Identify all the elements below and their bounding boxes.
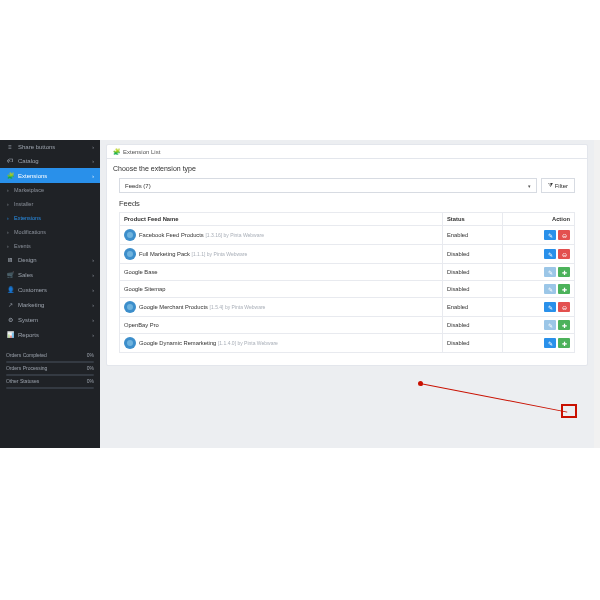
cell-name: Google Merchant Products [1.5.4] by Pint… — [120, 298, 443, 317]
sidebar: ≡Share buttons›🏷Catalog›🧩Extensions› Mar… — [0, 140, 100, 448]
feed-meta: [1.1.1] by Pinta Webware — [192, 251, 248, 257]
extension-panel: 🧩 Extension List Choose the extension ty… — [106, 144, 588, 366]
chevron-right-icon: › — [92, 158, 94, 164]
nav-icon: 🛒 — [6, 271, 14, 278]
feed-name: Google Dynamic Remarketing — [139, 340, 216, 346]
edit-button[interactable]: ✎ — [544, 338, 556, 348]
product-icon — [124, 337, 136, 349]
order-stat: Orders Processing0% — [6, 363, 94, 373]
install-button[interactable]: ✚ — [558, 320, 570, 330]
sidebar-item-sales[interactable]: 🛒Sales› — [0, 267, 100, 282]
sidebar-item-marketing[interactable]: ↗Marketing› — [0, 297, 100, 312]
order-stat: Other Statuses0% — [6, 376, 94, 386]
cell-status: Disabled — [443, 245, 503, 264]
feed-name: Google Merchant Products — [139, 304, 208, 310]
feed-name: Full Marketing Pack — [139, 251, 190, 257]
chevron-right-icon: › — [92, 287, 94, 293]
cell-name: Google Sitemap — [120, 281, 443, 298]
feeds-heading: Feeds — [113, 199, 581, 212]
nav-label: Reports — [18, 332, 39, 338]
nav-label: Marketing — [18, 302, 44, 308]
sidebar-item-customers[interactable]: 👤Customers› — [0, 282, 100, 297]
sidebar-item-reports[interactable]: 📊Reports› — [0, 327, 100, 342]
feed-name: Google Sitemap — [124, 286, 166, 292]
sidebar-item-extensions[interactable]: 🧩Extensions› — [0, 168, 100, 183]
cell-status: Enabled — [443, 226, 503, 245]
nav-label: Catalog — [18, 158, 39, 164]
chevron-right-icon: › — [92, 257, 94, 263]
cell-action: ✎✚ — [503, 334, 575, 353]
cell-action: ✎⊖ — [503, 298, 575, 317]
install-button[interactable]: ✚ — [558, 267, 570, 277]
sidebar-item-design[interactable]: 🖥Design› — [0, 253, 100, 267]
nav-label: Sales — [18, 272, 33, 278]
sidebar-subitem-marketplace[interactable]: Marketplace — [0, 183, 100, 197]
table-row: Full Marketing Pack [1.1.1] by Pinta Web… — [120, 245, 575, 264]
cell-name: OpenBay Pro — [120, 317, 443, 334]
cell-status: Disabled — [443, 264, 503, 281]
sidebar-item-system[interactable]: ⚙System› — [0, 312, 100, 327]
edit-button[interactable]: ✎ — [544, 302, 556, 312]
cell-name: Full Marketing Pack [1.1.1] by Pinta Web… — [120, 245, 443, 264]
feed-meta: [1.5.4] by Pinta Webware — [210, 304, 266, 310]
nav-label: Extensions — [18, 173, 47, 179]
edit-button[interactable]: ✎ — [544, 320, 556, 330]
product-icon — [124, 301, 136, 313]
choose-label: Choose the extension type — [113, 165, 581, 172]
cell-name: Facebook Feed Products [1.3.16] by Pinta… — [120, 226, 443, 245]
table-row: OpenBay ProDisabled✎✚ — [120, 317, 575, 334]
table-row: Google SitemapDisabled✎✚ — [120, 281, 575, 298]
feed-name: OpenBay Pro — [124, 322, 159, 328]
chevron-right-icon: › — [92, 173, 94, 179]
chevron-down-icon: ▾ — [528, 183, 531, 189]
sidebar-subitem-extensions[interactable]: Extensions — [0, 211, 100, 225]
uninstall-button[interactable]: ⊖ — [558, 249, 570, 259]
uninstall-button[interactable]: ⊖ — [558, 302, 570, 312]
select-value: Feeds (7) — [125, 183, 151, 189]
edit-button[interactable]: ✎ — [544, 230, 556, 240]
cell-name: Google Dynamic Remarketing [1.1.4.0] by … — [120, 334, 443, 353]
product-icon — [124, 248, 136, 260]
chevron-right-icon: › — [92, 332, 94, 338]
order-stat: Orders Completed0% — [6, 350, 94, 360]
cell-action: ✎⊖ — [503, 226, 575, 245]
cell-status: Enabled — [443, 298, 503, 317]
nav-icon: 🏷 — [6, 158, 14, 164]
install-button[interactable]: ✚ — [558, 338, 570, 348]
chevron-right-icon: › — [92, 302, 94, 308]
product-icon — [124, 229, 136, 241]
cell-action: ✎✚ — [503, 281, 575, 298]
sidebar-item-share-buttons[interactable]: ≡Share buttons› — [0, 140, 100, 154]
nav-label: Design — [18, 257, 37, 263]
panel-title: Extension List — [123, 149, 160, 155]
filter-button[interactable]: ⧩ Filter — [541, 178, 575, 193]
panel-header: 🧩 Extension List — [107, 145, 587, 159]
filter-label: Filter — [555, 183, 568, 189]
edit-button[interactable]: ✎ — [544, 284, 556, 294]
sidebar-subitem-installer[interactable]: Installer — [0, 197, 100, 211]
cell-status: Disabled — [443, 317, 503, 334]
nav-icon: ≡ — [6, 144, 14, 150]
nav-icon: 👤 — [6, 286, 14, 293]
cell-status: Disabled — [443, 334, 503, 353]
nav-label: Customers — [18, 287, 47, 293]
install-button[interactable]: ✚ — [558, 284, 570, 294]
puzzle-icon: 🧩 — [113, 148, 120, 155]
nav-icon: 🧩 — [6, 172, 14, 179]
nav-label: Share buttons — [18, 144, 55, 150]
col-name: Product Feed Name — [120, 213, 443, 226]
uninstall-button[interactable]: ⊖ — [558, 230, 570, 240]
nav-icon: ↗ — [6, 301, 14, 308]
feeds-table: Product Feed Name Status Action Facebook… — [119, 212, 575, 353]
edit-button[interactable]: ✎ — [544, 249, 556, 259]
table-row: Facebook Feed Products [1.3.16] by Pinta… — [120, 226, 575, 245]
cell-action: ✎✚ — [503, 264, 575, 281]
edit-button[interactable]: ✎ — [544, 267, 556, 277]
extension-type-select[interactable]: Feeds (7) ▾ — [119, 178, 537, 193]
sidebar-subitem-events[interactable]: Events — [0, 239, 100, 253]
cell-status: Disabled — [443, 281, 503, 298]
sidebar-subitem-modifications[interactable]: Modifications — [0, 225, 100, 239]
cell-name: Google Base — [120, 264, 443, 281]
sidebar-item-catalog[interactable]: 🏷Catalog› — [0, 154, 100, 168]
scrollbar[interactable] — [594, 140, 600, 448]
